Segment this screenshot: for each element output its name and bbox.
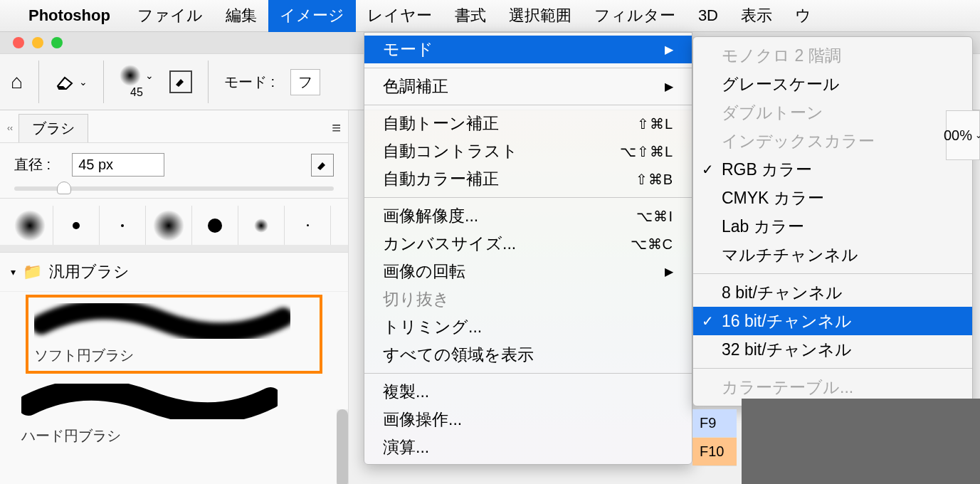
horizontal-scrollbar[interactable] [0, 245, 348, 252]
menu-item-label: 自動コントラスト [383, 140, 518, 162]
mode-label: モード : [224, 73, 275, 92]
menu-item-label: 切り抜き [383, 288, 450, 310]
brush-thumb[interactable] [7, 206, 53, 245]
brush-thumb[interactable] [285, 206, 331, 245]
menu-item[interactable]: 複製... [364, 378, 692, 406]
menu-image[interactable]: イメージ [268, 0, 356, 32]
diameter-input[interactable] [72, 153, 164, 177]
separator [38, 60, 39, 103]
submenu-item-label: RGB カラー [722, 159, 812, 181]
close-icon[interactable] [13, 37, 24, 48]
submenu-item[interactable]: ✓16 bit/チャンネル [693, 307, 972, 335]
submenu-item-label: CMYK カラー [722, 187, 824, 209]
submenu-item[interactable]: CMYK カラー [693, 184, 972, 212]
minimize-icon[interactable] [32, 37, 43, 48]
submenu-item-label: グレースケール [722, 73, 840, 95]
submenu-item-label: ダブルトーン [722, 102, 823, 124]
submenu-item-label: Lab カラー [722, 216, 804, 238]
brush-thumb[interactable] [238, 206, 285, 245]
menu-file[interactable]: ファイル [126, 0, 214, 32]
eraser-tool[interactable]: ⌄ [55, 73, 88, 90]
submenu-item: ダブルトーン [693, 98, 972, 127]
chevron-down-icon: ⌄ [145, 70, 154, 81]
tab-brush[interactable]: ブラシ [19, 114, 88, 142]
submenu-item[interactable]: マルチチャンネル [693, 241, 972, 269]
app-name[interactable]: Photoshop [28, 6, 110, 25]
menu-item[interactable]: トリミング... [364, 313, 692, 341]
panel-menu-icon[interactable]: ≡ [332, 119, 341, 137]
disclosure-triangle-icon: ▾ [11, 266, 16, 278]
menu-type[interactable]: 書式 [443, 0, 497, 32]
zoom-icon[interactable] [51, 37, 63, 48]
menu-item[interactable]: 色調補正▶ [364, 73, 692, 100]
menu-layer[interactable]: レイヤー [356, 0, 443, 32]
brush-item-label: ソフト円ブラシ [34, 346, 314, 365]
submenu-item[interactable]: 8 bit/チャンネル [693, 278, 972, 307]
submenu-item[interactable]: 32 bit/チャンネル [693, 335, 972, 364]
shortcut: ⇧⌘L [637, 115, 673, 132]
brush-item-hard[interactable]: ハード円ブラシ [0, 377, 348, 453]
menu-item[interactable]: 画像の回転▶ [364, 258, 692, 285]
home-icon[interactable]: ⌂ [11, 70, 23, 93]
diameter-label: 直径 : [14, 155, 51, 174]
fkey-row[interactable]: F10 [692, 438, 737, 466]
submenu-item-label: 16 bit/チャンネル [722, 310, 852, 332]
menu-item[interactable]: 画像操作... [364, 406, 692, 433]
submenu-arrow-icon: ▶ [665, 265, 673, 278]
menu-view[interactable]: 表示 [729, 0, 784, 32]
brush-preset-picker[interactable]: ⌄ 45 [120, 65, 154, 99]
menu-item-label: モード [383, 38, 433, 60]
menu-item[interactable]: 演算... [364, 433, 692, 461]
menu-item[interactable]: モード▶ [364, 36, 692, 63]
brush-thumb[interactable] [53, 206, 100, 245]
submenu-item-label: マルチチャンネル [722, 244, 858, 266]
menu-item[interactable]: すべての領域を表示 [364, 341, 692, 369]
brush-thumbnails [0, 198, 348, 253]
menu-select[interactable]: 選択範囲 [497, 0, 583, 32]
brush-thumb[interactable] [192, 206, 238, 245]
diameter-slider[interactable] [14, 186, 334, 191]
canvas-area [742, 399, 980, 484]
menu-item-label: すべての領域を表示 [383, 344, 534, 366]
slider-thumb[interactable] [57, 182, 71, 194]
submenu-item[interactable]: ✓RGB カラー [693, 155, 972, 184]
menu-item[interactable]: 自動カラー補正⇧⌘B [364, 165, 692, 193]
brush-thumb[interactable] [100, 206, 146, 245]
submenu-arrow-icon: ▶ [665, 43, 673, 56]
submenu-item[interactable]: Lab カラー [693, 212, 972, 241]
folder-name: 汎用ブラシ [49, 261, 130, 283]
brush-panel: ‹‹ ブラシ ≡ 直径 : ▾ 📁 汎用ブラシ ソフト円ブラシ ハード円ブラシ [0, 110, 349, 484]
menu-item[interactable]: カンバスサイズ...⌥⌘C [364, 230, 692, 258]
menu-item-label: 自動カラー補正 [383, 168, 499, 190]
fkey-row[interactable]: F9 [692, 409, 737, 438]
separator [103, 60, 104, 103]
collapse-arrows-icon[interactable]: ‹‹ [7, 123, 13, 133]
vertical-scrollbar[interactable] [337, 409, 348, 484]
edit-brush-icon[interactable] [311, 154, 334, 177]
submenu-arrow-icon: ▶ [665, 80, 673, 93]
menu-3d[interactable]: 3D [687, 0, 729, 32]
menu-window-cut[interactable]: ウ [784, 0, 823, 32]
submenu-item: カラーテーブル... [693, 373, 972, 401]
menu-item[interactable]: 画像解像度...⌥⌘I [364, 202, 692, 230]
check-icon: ✓ [702, 312, 714, 330]
menu-item-label: 画像の回転 [383, 261, 465, 283]
brush-folder-header[interactable]: ▾ 📁 汎用ブラシ [0, 253, 348, 292]
submenu-item[interactable]: グレースケール [693, 70, 972, 98]
brush-size-display: 45 [130, 86, 143, 99]
brush-item-soft[interactable]: ソフト円ブラシ [26, 295, 322, 374]
menubar[interactable]: Photoshop ファイル 編集 イメージ レイヤー 書式 選択範囲 フィルタ… [0, 0, 980, 32]
zoom-display[interactable]: 00%⌄ [946, 110, 980, 160]
menu-edit[interactable]: 編集 [214, 0, 268, 32]
brush-settings-icon[interactable] [169, 70, 192, 93]
menu-filter[interactable]: フィルター [583, 0, 687, 32]
menu-item-label: 複製... [383, 381, 429, 403]
folder-icon: 📁 [23, 263, 42, 281]
menu-item-label: 色調補正 [383, 75, 448, 98]
menu-item[interactable]: 自動コントラスト⌥⇧⌘L [364, 137, 692, 165]
menu-item-label: カンバスサイズ... [383, 233, 516, 255]
menu-item[interactable]: 自動トーン補正⇧⌘L [364, 110, 692, 137]
brush-thumb[interactable] [146, 206, 192, 245]
menu-item-label: 画像解像度... [383, 205, 478, 227]
blend-mode-dropdown[interactable]: フ [290, 69, 320, 95]
